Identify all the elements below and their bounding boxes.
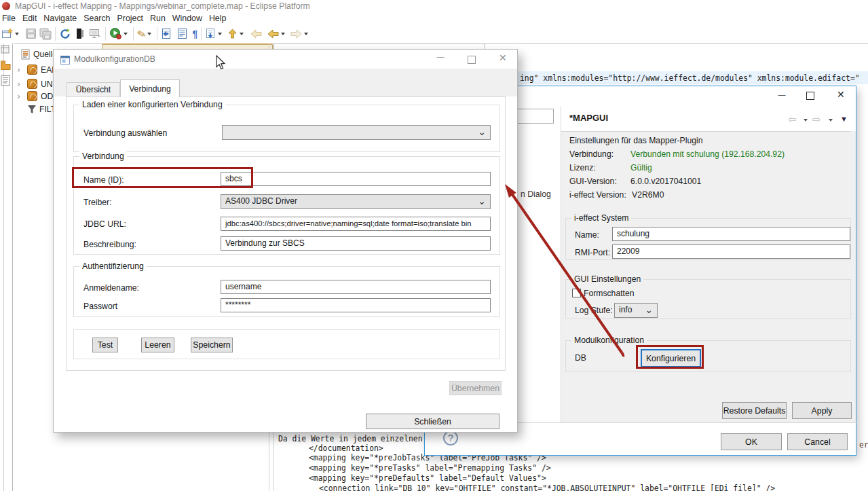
maximize-icon[interactable] bbox=[806, 92, 814, 100]
description-input[interactable]: Verbindung zur SBCS bbox=[221, 236, 491, 251]
license-status: Gültig bbox=[630, 163, 652, 172]
xml-line[interactable]: <mapping key="*preDefaults" label="Defau… bbox=[309, 473, 546, 483]
xml-line[interactable]: <mapping key="*preTasks" label="Premappi… bbox=[309, 463, 551, 473]
menu-file[interactable]: File bbox=[0, 14, 21, 23]
nav-forward-icon[interactable]: ⇨ bbox=[812, 113, 821, 126]
nav-back-icon[interactable]: ⇦ bbox=[788, 113, 797, 126]
minimize-icon[interactable]: — bbox=[434, 52, 447, 60]
back-disabled-icon bbox=[250, 26, 263, 42]
page-title: *MAPGUI bbox=[569, 113, 608, 123]
minimize-icon[interactable]: — bbox=[775, 90, 789, 98]
refresh-icon[interactable] bbox=[59, 26, 71, 42]
document-list-icon[interactable] bbox=[176, 26, 188, 42]
help-button[interactable]: ? bbox=[443, 431, 458, 445]
menu-help[interactable]: Help bbox=[208, 14, 231, 23]
cancel-button[interactable]: Cancel bbox=[787, 433, 848, 450]
group-legend: Laden einer konfigurierten Verbindung bbox=[79, 100, 225, 109]
system-group: i-effect System Name: schulung RMI-Port:… bbox=[565, 218, 851, 260]
view-menu-icon[interactable]: ▼ bbox=[840, 115, 848, 123]
run-icon[interactable] bbox=[109, 26, 122, 42]
driver-combo[interactable]: AS400 JDBC Driver⌄ bbox=[221, 194, 491, 209]
select-connection-combo[interactable]: ⌄ bbox=[222, 125, 491, 140]
formschatten-checkbox[interactable] bbox=[572, 289, 581, 297]
test-button[interactable]: Test bbox=[92, 338, 118, 352]
chevron-right-icon[interactable]: › bbox=[17, 79, 20, 89]
chevron-right-icon[interactable]: › bbox=[17, 91, 20, 101]
editor-tab-active[interactable] bbox=[102, 43, 273, 49]
xml-line[interactable]: </documentation> bbox=[309, 443, 383, 453]
jdbc-url-input[interactable]: jdbc:as400://sbcs;driver=native;naming=s… bbox=[221, 217, 491, 231]
log-level-label: Log Stufe: bbox=[575, 306, 613, 315]
restore-view-icon[interactable] bbox=[1, 45, 10, 57]
name-id-input[interactable]: sbcs bbox=[221, 172, 491, 186]
tab-uebersicht[interactable]: Übersicht bbox=[67, 82, 120, 96]
tree-item[interactable]: UN bbox=[41, 79, 53, 89]
back-dropdown[interactable] bbox=[281, 33, 285, 35]
mapping-pen-icon[interactable]: ✎ bbox=[135, 24, 148, 43]
username-input[interactable]: username bbox=[221, 280, 491, 294]
menu-project[interactable]: Project bbox=[116, 14, 149, 23]
chevron-right-icon[interactable]: › bbox=[17, 65, 20, 75]
close-icon[interactable]: ✕ bbox=[837, 89, 845, 100]
group-legend: Authentifizierung bbox=[79, 261, 147, 271]
import-down-icon[interactable] bbox=[205, 26, 216, 42]
menu-window[interactable]: Window bbox=[171, 14, 208, 23]
ok-button[interactable]: OK bbox=[721, 433, 782, 450]
leeren-button[interactable]: Leeren bbox=[141, 338, 174, 352]
menu-run[interactable]: Run bbox=[149, 14, 171, 23]
info-label: GUI-Version: bbox=[569, 177, 617, 186]
log-level-select[interactable]: info⌄ bbox=[614, 303, 658, 318]
open-mapping-icon[interactable] bbox=[161, 26, 172, 42]
import-dropdown[interactable] bbox=[218, 33, 222, 35]
action-row: Test Leeren Speichern bbox=[73, 329, 500, 359]
restore-defaults-button[interactable]: Restore Defaults bbox=[722, 402, 787, 419]
forward-dropdown[interactable] bbox=[304, 33, 308, 35]
tree-item[interactable]: OD bbox=[41, 92, 53, 101]
menu-edit[interactable]: Edit bbox=[21, 14, 42, 23]
schliessen-button[interactable]: Schließen bbox=[366, 414, 499, 429]
menu-navigate[interactable]: Navigate bbox=[42, 14, 82, 23]
pen-dropdown[interactable] bbox=[147, 33, 151, 35]
mapping-type-icon bbox=[27, 79, 37, 89]
menu-search[interactable]: Search bbox=[82, 14, 115, 23]
nav-back-dropdown[interactable] bbox=[804, 119, 808, 122]
save-icon[interactable] bbox=[25, 26, 37, 42]
password-input[interactable]: ******** bbox=[221, 298, 491, 312]
tab-verbindung[interactable]: Verbindung bbox=[120, 79, 180, 97]
apply-button[interactable]: Apply bbox=[792, 402, 852, 419]
page-subtitle: Einstellungen für das Mapper-Plugin bbox=[569, 136, 702, 145]
new-wizard-icon[interactable] bbox=[1, 26, 14, 42]
toolbar: ✎ ¶ bbox=[0, 24, 868, 43]
paragraph-icon[interactable]: ¶ bbox=[192, 26, 197, 42]
rmi-port-input[interactable]: 22009 bbox=[612, 244, 850, 259]
filter-funnel-icon bbox=[26, 104, 37, 117]
up-level-icon[interactable] bbox=[227, 26, 238, 42]
xml-top-line[interactable]: ing" xmlns:modules="http://www.ieffect.d… bbox=[520, 73, 860, 83]
window-titlebar: MapGUI - i-effect Mapping - Mappings/web… bbox=[0, 0, 868, 12]
up-level-dropdown[interactable] bbox=[240, 33, 244, 35]
mapping-type-icon bbox=[27, 91, 37, 101]
editor-tab-inactive[interactable] bbox=[273, 43, 485, 49]
info-label: Lizenz: bbox=[569, 163, 596, 172]
back-icon[interactable] bbox=[267, 26, 280, 42]
export-monitor-icon[interactable] bbox=[89, 26, 102, 42]
nav-forward-dropdown[interactable] bbox=[829, 119, 833, 122]
speichern-button[interactable]: Speichern bbox=[191, 338, 233, 352]
screen: MapGUI - i-effect Mapping - Mappings/web… bbox=[0, 0, 868, 491]
xml-line[interactable]: Da die Werte in jedem einzelnen bbox=[278, 434, 423, 443]
close-icon[interactable]: ✕ bbox=[499, 52, 507, 63]
preferences-tree-item[interactable]: n Dialog bbox=[521, 189, 551, 199]
maximize-icon[interactable] bbox=[468, 56, 476, 64]
tab-page: Laden einer konfigurierten Verbindung Ve… bbox=[66, 96, 506, 371]
run-dropdown[interactable] bbox=[124, 33, 128, 35]
column-icon[interactable] bbox=[75, 26, 85, 42]
xml-line[interactable]: <connection link="DB 10" key="OHTFILE" c… bbox=[319, 484, 775, 491]
save-all-icon[interactable] bbox=[39, 26, 52, 42]
system-name-input[interactable]: schulung bbox=[612, 227, 850, 241]
uebernehmen-button[interactable]: Übernehmen bbox=[449, 381, 502, 395]
new-wizard-dropdown[interactable] bbox=[15, 33, 19, 35]
help-icon: ? bbox=[448, 433, 453, 443]
palette-folder-icon[interactable] bbox=[0, 60, 12, 74]
select-connection-label: Verbindung auswählen bbox=[83, 128, 167, 138]
outline-view-icon[interactable] bbox=[0, 75, 12, 89]
